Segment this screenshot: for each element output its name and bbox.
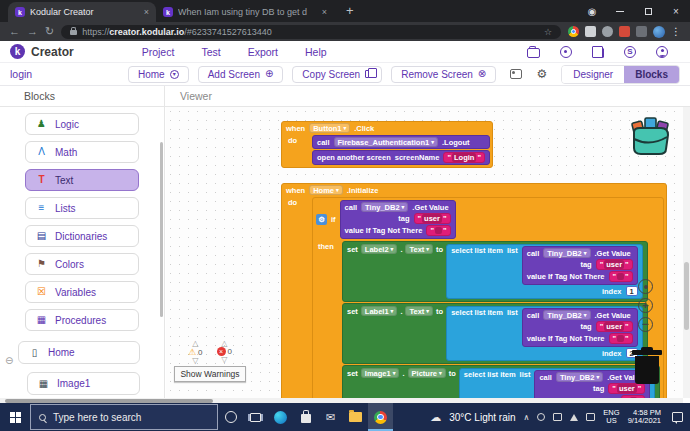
tri-down-icon[interactable]: ▽ [192, 357, 198, 364]
zoom-in-button[interactable]: + [638, 298, 653, 313]
tab-close-icon[interactable]: × [144, 7, 149, 17]
browser-menu-icon[interactable]: ⋮ [671, 26, 681, 37]
property-dropdown[interactable]: Picture▾ [408, 368, 446, 378]
block-when-home-initialize[interactable]: when Home▾ .Initialize do ⚙ if call Tiny… [281, 183, 667, 398]
store-icon[interactable] [293, 403, 318, 431]
add-screen-button[interactable]: Add Screen ⊕ [198, 66, 284, 83]
screenshot-icon[interactable] [510, 69, 522, 79]
extension-icon[interactable] [619, 26, 630, 37]
forward-icon[interactable]: → [27, 26, 38, 37]
close-button[interactable]: × [662, 0, 690, 22]
component-dropdown[interactable]: Home▾ [309, 185, 343, 195]
tab-kodular-creator[interactable]: k Kodular Creator × [8, 2, 156, 22]
tray-icon[interactable] [537, 413, 545, 421]
tab-designer[interactable]: Designer [562, 66, 624, 83]
block-text-login[interactable]: "Login" [443, 152, 485, 163]
center-target-icon[interactable] [638, 279, 653, 294]
tree-item-image1[interactable]: ▦ Image1 [27, 372, 140, 395]
block-text-user[interactable]: "user" [596, 321, 633, 332]
property-dropdown[interactable]: Text▾ [405, 306, 433, 316]
block-call-firebase-logout[interactable]: call Firebase_Authentication1▾ .Logout [312, 135, 490, 149]
block-set-label2-text[interactable]: set Label2▾ . Text▾ to select list item … [342, 241, 648, 302]
blocks-canvas[interactable]: when Button1▾ .Click do call Firebase_Au… [166, 107, 683, 398]
block-text-empty[interactable]: "" [609, 333, 633, 344]
backpack-icon[interactable] [628, 115, 673, 161]
tab-close-icon[interactable]: × [322, 7, 327, 17]
collapse-icon[interactable]: ⊖ [5, 355, 13, 366]
earn-icon[interactable]: S [624, 46, 636, 58]
sidebar-item-math[interactable]: Λ Math [25, 141, 139, 163]
block-text-empty[interactable]: "" [609, 271, 633, 282]
component-dropdown[interactable]: Firebase_Authentication1▾ [334, 137, 438, 147]
block-select-list-item[interactable]: select list item list call Tiny_DB2▾ .Ge… [446, 244, 642, 299]
action-center-icon[interactable] [672, 412, 683, 422]
tree-item-home[interactable]: ▯ Home [18, 341, 140, 364]
menu-help[interactable]: Help [305, 46, 327, 58]
task-view-button[interactable] [243, 403, 268, 431]
block-number[interactable]: 1 [626, 286, 638, 296]
block-text-user[interactable]: "user" [596, 259, 633, 270]
scrollbar-thumb[interactable] [684, 262, 689, 330]
menu-test[interactable]: Test [201, 46, 220, 58]
edge-icon[interactable] [268, 403, 293, 431]
taskbar-search[interactable]: Type here to search [30, 404, 218, 430]
block-call-tinydb-getvalue[interactable]: call Tiny_DB2▾ .Get Value tag "user" [522, 308, 638, 347]
volume-icon[interactable] [586, 413, 595, 421]
back-icon[interactable]: ← [9, 26, 20, 37]
sidebar-item-lists[interactable]: ≡ Lists [25, 197, 139, 219]
projects-folder-icon[interactable] [527, 48, 540, 58]
extension-icon[interactable] [602, 26, 613, 37]
block-select-list-item[interactable]: select list item list call Tiny_DB2▾ .Ge… [459, 368, 655, 398]
block-set-image1-picture[interactable]: set Image1▾ . Picture▾ to select list it… [342, 365, 660, 398]
tri-up-icon[interactable]: △ [221, 340, 227, 347]
component-dropdown[interactable]: Button1▾ [309, 123, 350, 133]
component-dropdown[interactable]: Image1▾ [361, 368, 400, 378]
sidebar-item-variables[interactable]: ☒ Variables [25, 281, 139, 303]
error-counter[interactable]: △ ×0 ▽ [217, 340, 232, 364]
start-button[interactable] [0, 403, 30, 431]
language-indicator[interactable]: ENGUS [603, 409, 619, 426]
block-if-then-else[interactable]: ⚙ if call Tiny_DB2▾ .Get Value tag "user… [312, 197, 664, 398]
screen-selector[interactable]: Home ▾ [128, 66, 189, 83]
minimize-button[interactable] [606, 0, 634, 22]
block-text-user[interactable]: "user" [414, 213, 451, 224]
block-text-empty[interactable]: "" [426, 225, 450, 236]
tab-community[interactable]: k When Iam using tiny DB to get d × [156, 2, 334, 22]
address-bar[interactable]: https://creator.kodular.io/#623374152761… [61, 25, 561, 39]
theme-icon[interactable] [560, 46, 572, 58]
block-select-list-item[interactable]: select list item list call Tiny_DB2▾ .Ge… [446, 306, 642, 361]
mail-icon[interactable]: ✉ [318, 403, 343, 431]
block-call-tinydb-getvalue[interactable]: call Tiny_DB2▾ .Get Value tag "user" val… [340, 200, 456, 239]
block-open-another-screen[interactable]: open another screen screenName "Login" [312, 150, 490, 165]
sidebar-item-text[interactable]: T Text [25, 169, 139, 191]
tray-expand-icon[interactable]: ∧ [524, 413, 530, 422]
mutator-gear-icon[interactable]: ⚙ [316, 214, 327, 225]
gear-icon[interactable]: ⚙ [536, 68, 547, 80]
trash-icon[interactable] [632, 350, 662, 386]
extension-icon[interactable] [636, 26, 647, 37]
cortana-button[interactable] [218, 403, 243, 431]
show-warnings-button[interactable]: Show Warnings [174, 366, 246, 382]
sidebar-item-logic[interactable]: ♟ Logic [25, 113, 139, 135]
weather-text[interactable]: 30°C Light rain [449, 412, 515, 423]
component-dropdown[interactable]: Tiny_DB2▾ [361, 202, 408, 212]
block-when-button1-click[interactable]: when Button1▾ .Click do call Firebase_Au… [281, 121, 493, 168]
property-dropdown[interactable]: Text▾ [405, 244, 433, 254]
component-dropdown[interactable]: Tiny_DB2▾ [556, 372, 603, 382]
component-dropdown[interactable]: Tiny_DB2▾ [543, 248, 590, 258]
menu-project[interactable]: Project [142, 46, 175, 58]
browser-avatar[interactable] [653, 26, 665, 38]
new-tab-button[interactable]: + [346, 3, 354, 18]
clock[interactable]: 4:58 PM9/14/2021 [628, 409, 661, 426]
bookmark-star-icon[interactable]: ☆ [544, 27, 552, 37]
sidebar-scrollbar[interactable] [160, 142, 163, 317]
sidebar-item-colors[interactable]: ⚑ Colors [25, 253, 139, 275]
viewer-vertical-scrollbar[interactable] [683, 107, 690, 398]
component-dropdown[interactable]: Tiny_DB2▾ [543, 310, 590, 320]
network-icon[interactable] [570, 414, 578, 421]
copy-screen-button[interactable]: Copy Screen [292, 66, 382, 83]
reload-icon[interactable]: ↻ [45, 26, 54, 37]
zoom-out-button[interactable]: − [638, 317, 653, 332]
component-dropdown[interactable]: Label1▾ [361, 306, 398, 316]
block-call-tinydb-getvalue[interactable]: call Tiny_DB2▾ .Get Value tag "user" [522, 246, 638, 285]
